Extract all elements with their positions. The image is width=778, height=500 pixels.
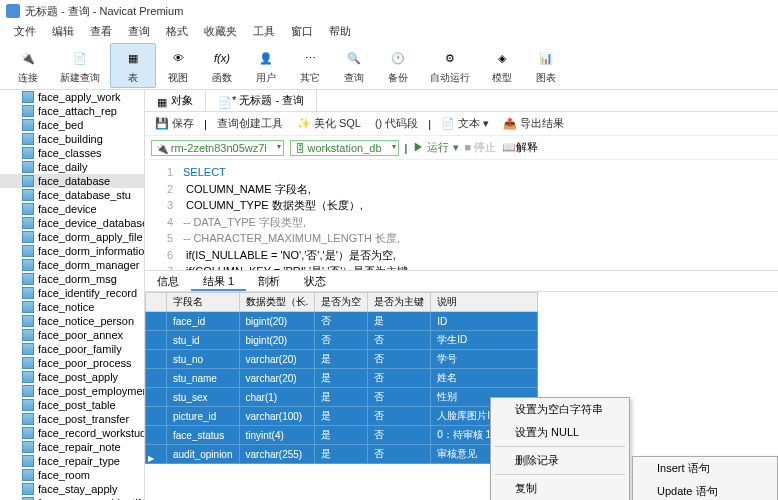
sidebar-item-face_database_stu[interactable]: face_database_stu [0,188,144,202]
tab-status[interactable]: 状态 [292,271,338,291]
column-header[interactable]: 说明 [431,293,538,312]
tool-table[interactable]: ▦表 [110,43,156,88]
explain-button[interactable]: 📖解释 [502,140,538,155]
sidebar-item-face_notice[interactable]: face_notice [0,300,144,314]
tool-plug[interactable]: 🔌连接 [6,44,50,87]
column-header[interactable]: 数据类型（长. [239,293,315,312]
tab-result1[interactable]: 结果 1 [191,271,246,291]
run-button[interactable]: ▶ 运行 ▾ [413,140,458,155]
sidebar-item-face_room[interactable]: face_room [0,468,144,482]
sidebar-item-face_stranger_identify_[interactable]: face_stranger_identify_ [0,496,144,500]
table-row[interactable]: picture_idvarchar(100)是否人脸库图片ID [146,407,538,426]
menu-格式[interactable]: 格式 [158,22,196,42]
window-titlebar: 无标题 - 查询 - Navicat Premium [0,0,778,22]
tool-chart[interactable]: 📊图表 [524,44,568,87]
sidebar-item-face_device_database[interactable]: face_device_database [0,216,144,230]
sidebar-item-face_post_apply[interactable]: face_post_apply [0,370,144,384]
sidebar-item-face_classes[interactable]: face_classes [0,146,144,160]
sidebar-item-face_poor_annex[interactable]: face_poor_annex [0,328,144,342]
ctx-copy[interactable]: 复制 [491,477,629,500]
fx-icon: f(x) [210,46,234,70]
sidebar-item-face_apply_work[interactable]: face_apply_work [0,90,144,104]
tool-view[interactable]: 👁视图 [156,44,200,87]
tab-objects[interactable]: ▦对象 [145,90,206,111]
export-results-button[interactable]: 📤导出结果 [499,114,568,133]
sidebar-item-face_poor_process[interactable]: face_poor_process [0,356,144,370]
sidebar-item-face_database[interactable]: face_database [0,174,144,188]
sidebar-item-face_post_employmen[interactable]: face_post_employmen [0,384,144,398]
column-header[interactable]: 是否为空 [315,293,368,312]
menu-收藏夹[interactable]: 收藏夹 [196,22,245,42]
table-row[interactable]: face_idbigint(20)否是ID [146,312,538,331]
table-icon [22,413,34,425]
table-icon [22,259,34,271]
table-icon [22,119,34,131]
table-icon [22,203,34,215]
tab-profile[interactable]: 剖析 [246,271,292,291]
save-button[interactable]: 💾 保存 [151,114,198,133]
tool-model[interactable]: ◈模型 [480,44,524,87]
sidebar-item-face_post_transfer[interactable]: face_post_transfer [0,412,144,426]
sidebar-item-face_building[interactable]: face_building [0,132,144,146]
sidebar-item-face_device[interactable]: face_device [0,202,144,216]
sidebar-item-face_stay_apply[interactable]: face_stay_apply [0,482,144,496]
tool-auto[interactable]: ⚙自动运行 [420,44,480,87]
menu-帮助[interactable]: 帮助 [321,22,359,42]
table-icon [22,483,34,495]
ctx-set-blank[interactable]: 设置为空白字符串 [491,398,629,421]
beautify-sql-button[interactable]: ✨美化 SQL [293,114,365,133]
column-header[interactable]: 字段名 [167,293,240,312]
query-toolbar: 💾 保存 | 查询创建工具 ✨美化 SQL () 代码段 | 📄文本 ▾ 📤导出… [145,112,778,136]
sql-editor[interactable]: 1SELECT2 COLUMN_NAME 字段名,3 COLUMN_TYPE 数… [145,160,778,270]
tool-backup[interactable]: 🕐备份 [376,44,420,87]
ctx-set-null[interactable]: 设置为 NULL [491,421,629,444]
table-row[interactable]: stu_sexchar(1)是否性别 [146,388,538,407]
code-snippet-button[interactable]: () 代码段 [371,114,422,133]
table-row[interactable]: face_statustinyint(4)是否0：待审核 1：已通过 [146,426,538,445]
tool-fx[interactable]: f(x)函数 [200,44,244,87]
tool-other[interactable]: ⋯其它 [288,44,332,87]
sidebar-item-face_identify_record[interactable]: face_identify_record [0,286,144,300]
menu-编辑[interactable]: 编辑 [44,22,82,42]
ctx-insert-stmt[interactable]: Insert 语句 [633,457,777,480]
stop-button[interactable]: ■ 停止 [465,140,497,155]
server-dropdown[interactable]: 🔌 rm-2zetn83n05wz7i [151,140,284,156]
menu-查询[interactable]: 查询 [120,22,158,42]
tool-newq[interactable]: 📄新建查询 [50,44,110,87]
table-icon [22,455,34,467]
tab-info[interactable]: 信息 [145,271,191,291]
tool-query[interactable]: 🔍查询 [332,44,376,87]
sidebar-item-face_dorm_apply_file[interactable]: face_dorm_apply_file [0,230,144,244]
menu-文件[interactable]: 文件 [6,22,44,42]
tool-user[interactable]: 👤用户 [244,44,288,87]
query-builder-button[interactable]: 查询创建工具 [213,114,287,133]
table-row[interactable]: stu_namevarchar(20)是否姓名 [146,369,538,388]
sidebar-item-face_post_table[interactable]: face_post_table [0,398,144,412]
sidebar-item-face_bed[interactable]: face_bed [0,118,144,132]
sidebar-item-face_daily[interactable]: face_daily [0,160,144,174]
table-row[interactable]: stu_idbigint(20)否否学生ID [146,331,538,350]
tab-query[interactable]: 📄* 无标题 - 查询 [206,90,317,111]
sidebar-item-face_attach_rep[interactable]: face_attach_rep [0,104,144,118]
table-row[interactable]: audit_opinionvarchar(255)是否审核意见 [146,445,538,464]
sidebar-item-face_poor_family[interactable]: face_poor_family [0,342,144,356]
query-icon: 📄 [218,96,228,106]
table-row[interactable]: stu_novarchar(20)是否学号 [146,350,538,369]
plug-icon: 🔌 [16,46,40,70]
menu-查看[interactable]: 查看 [82,22,120,42]
text-button[interactable]: 📄文本 ▾ [437,114,493,133]
sidebar-item-face_record_workstudy[interactable]: face_record_workstudy [0,426,144,440]
sidebar-item-face_notice_person[interactable]: face_notice_person [0,314,144,328]
column-header[interactable]: 是否为主键 [368,293,431,312]
sidebar-item-face_repair_note[interactable]: face_repair_note [0,440,144,454]
database-dropdown[interactable]: 🗄 workstation_db [290,140,399,156]
sidebar-item-face_dorm_manager[interactable]: face_dorm_manager [0,258,144,272]
sidebar-item-face_repair_type[interactable]: face_repair_type [0,454,144,468]
sidebar-item-face_dorm_information[interactable]: face_dorm_information [0,244,144,258]
context-submenu: Insert 语句 Update 语句 制表符分隔值（数据） 制表符分隔值（字段… [632,456,778,500]
menu-工具[interactable]: 工具 [245,22,283,42]
sidebar-item-face_dorm_msg[interactable]: face_dorm_msg [0,272,144,286]
ctx-delete-record[interactable]: 删除记录 [491,449,629,472]
menu-窗口[interactable]: 窗口 [283,22,321,42]
ctx-update-stmt[interactable]: Update 语句 [633,480,777,500]
